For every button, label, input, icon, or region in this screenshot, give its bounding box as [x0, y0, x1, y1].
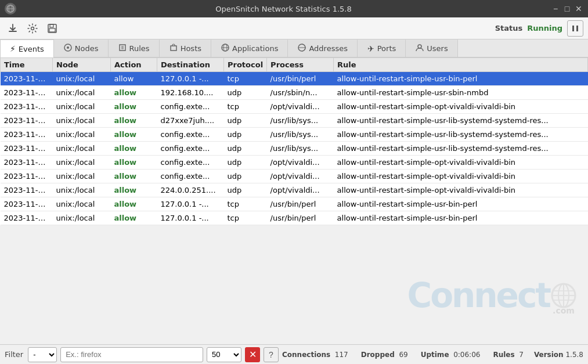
cell-time: 2023-11-16... — [1, 72, 53, 86]
svg-point-10 — [67, 46, 69, 49]
users-icon — [416, 44, 424, 53]
clear-button[interactable]: ✕ — [245, 347, 260, 362]
cell-time: 2023-11-16... — [1, 197, 53, 211]
cell-node: unix:/local — [53, 86, 111, 100]
cell-time: 2023-11-16... — [1, 100, 53, 114]
cell-action: allow — [111, 128, 157, 142]
cell-destination: config.exte... — [157, 142, 224, 156]
table-row[interactable]: 2023-11-16... unix:/local allow config.e… — [1, 100, 588, 114]
cell-process: /usr/bin/perl — [267, 197, 334, 211]
pause-icon — [571, 24, 580, 33]
cell-rule: allow-until-restart-simple-opt-vivaldi-v… — [334, 170, 588, 183]
filter-label: Filter — [5, 350, 23, 359]
version-info: Version 1.5.8 — [534, 351, 583, 359]
status-label: Status — [495, 24, 523, 33]
main-content: Time Node Action Destination Protocol Pr… — [0, 57, 588, 344]
cell-destination: 127.0.0.1 -... — [157, 197, 224, 211]
events-table-container[interactable]: Time Node Action Destination Protocol Pr… — [0, 57, 588, 225]
table-row[interactable]: 2023-11-16... unix:/local allow 127.0.0.… — [1, 72, 588, 86]
cell-node: unix:/local — [53, 197, 111, 211]
tab-addresses[interactable]: Addresses — [288, 39, 358, 57]
tab-users[interactable]: Users — [406, 39, 457, 57]
cell-action: allow — [111, 142, 157, 156]
action-badge: allow — [114, 116, 137, 125]
table-row[interactable]: 2023-11-16... unix:/local allow 127.0.0.… — [1, 211, 588, 225]
tab-applications[interactable]: Applications — [211, 39, 288, 57]
cell-action: allow — [111, 183, 157, 197]
cell-action: allow — [111, 86, 157, 100]
cell-time: 2023-11-16... — [1, 114, 53, 128]
tab-hosts[interactable]: Hosts — [160, 39, 211, 57]
cell-action: allow — [111, 170, 157, 183]
tab-ports[interactable]: ✈ Ports — [358, 39, 406, 57]
cell-node: unix:/local — [53, 142, 111, 156]
dropped-stat: Dropped 69 — [361, 351, 412, 359]
settings-button[interactable] — [24, 20, 41, 37]
maximize-button[interactable]: □ — [562, 4, 572, 13]
cell-process: /usr/bin/perl — [267, 72, 334, 86]
action-badge: allow — [114, 74, 134, 83]
filter-select[interactable]: - — [28, 347, 57, 362]
cell-protocol: udp — [224, 86, 267, 100]
watermark-text: Connect — [407, 276, 550, 315]
cell-node: unix:/local — [53, 114, 111, 128]
uptime-label: Uptime — [421, 351, 449, 359]
cell-destination: 224.0.0.251.... — [157, 183, 224, 197]
tab-events[interactable]: ⚡ Events — [0, 39, 54, 57]
cell-node: unix:/local — [53, 156, 111, 170]
footer: Filter - 50 ✕ ? Connections 117 Dropped … — [0, 344, 588, 364]
cell-process: /opt/vivaldi... — [267, 100, 334, 114]
download-icon — [8, 23, 18, 34]
cell-rule: allow-until-restart-simple-opt-vivaldi-v… — [334, 100, 588, 114]
close-button[interactable]: ✕ — [574, 4, 583, 13]
connections-label: Connections — [282, 351, 330, 359]
download-button[interactable] — [5, 20, 21, 37]
tab-rules[interactable]: Rules — [109, 39, 160, 57]
cell-node: unix:/local — [53, 170, 111, 183]
uptime-stat: Uptime 0:06:06 — [421, 351, 484, 359]
tab-applications-label: Applications — [232, 44, 278, 53]
cell-protocol: udp — [224, 128, 267, 142]
count-select[interactable]: 50 — [207, 347, 241, 362]
tab-nodes[interactable]: Nodes — [54, 39, 109, 57]
cell-destination: d27xxe7juh.... — [157, 114, 224, 128]
svg-rect-7 — [572, 26, 574, 31]
table-row[interactable]: 2023-11-16... unix:/local allow config.e… — [1, 128, 588, 142]
action-badge: allow — [114, 200, 137, 208]
cell-rule: allow-until-restart-simple-opt-vivaldi-v… — [334, 156, 588, 170]
help-button[interactable]: ? — [264, 347, 279, 362]
filter-input[interactable] — [60, 347, 203, 362]
events-icon: ⚡ — [10, 44, 16, 53]
cell-action: allow — [111, 72, 157, 86]
col-header-process: Process — [267, 58, 334, 72]
connections-value: 117 — [335, 351, 348, 359]
col-header-rule: Rule — [334, 58, 588, 72]
table-row[interactable]: 2023-11-16... unix:/local allow 192.168.… — [1, 86, 588, 100]
help-icon: ? — [269, 350, 273, 359]
watermark: Connect .com — [407, 276, 576, 315]
pause-button[interactable] — [567, 20, 583, 37]
addresses-icon — [298, 44, 306, 53]
cell-process: /usr/sbin/n... — [267, 86, 334, 100]
nodes-icon — [64, 44, 72, 53]
col-header-action: Action — [111, 58, 157, 72]
connections-stat: Connections 117 — [282, 351, 352, 359]
minimize-button[interactable]: − — [551, 4, 560, 13]
cell-process: /usr/lib/sys... — [267, 114, 334, 128]
save-button[interactable] — [44, 20, 60, 37]
cell-time: 2023-11-16... — [1, 156, 53, 170]
save-icon — [47, 23, 57, 34]
titlebar: OpenSnitch Network Statistics 1.5.8 − □ … — [0, 0, 588, 17]
svg-point-3 — [31, 27, 34, 30]
app-icon — [5, 3, 16, 15]
cell-process: /usr/bin/perl — [267, 211, 334, 225]
cell-protocol: tcp — [224, 72, 267, 86]
table-row[interactable]: 2023-11-16... unix:/local allow 127.0.0.… — [1, 197, 588, 211]
table-row[interactable]: 2023-11-16... unix:/local allow config.e… — [1, 142, 588, 156]
table-row[interactable]: 2023-11-16... unix:/local allow d27xxe7j… — [1, 114, 588, 128]
window-controls: − □ ✕ — [551, 4, 583, 13]
table-row[interactable]: 2023-11-16... unix:/local allow config.e… — [1, 170, 588, 183]
table-row[interactable]: 2023-11-16... unix:/local allow 224.0.0.… — [1, 183, 588, 197]
version-label: Version — [534, 351, 564, 359]
table-row[interactable]: 2023-11-16... unix:/local allow config.e… — [1, 156, 588, 170]
